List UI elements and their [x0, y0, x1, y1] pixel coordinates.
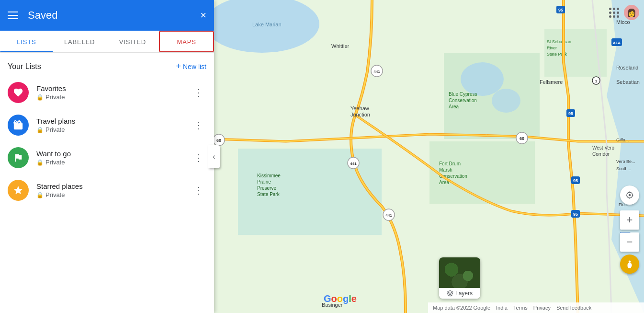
travel-info: Travel plans 🔒 Private [36, 117, 191, 133]
apps-dot [609, 12, 611, 14]
privacy-link[interactable]: Privacy [533, 305, 551, 311]
apps-dot [609, 8, 611, 10]
zoom-out-button[interactable]: − [620, 232, 639, 252]
svg-text:1: 1 [595, 79, 598, 83]
location-icon [625, 191, 634, 199]
svg-text:95: 95 [558, 8, 563, 12]
svg-text:South...: South... [616, 166, 631, 171]
new-list-button[interactable]: + New list [176, 61, 206, 71]
lock-icon-wantgo: 🔒 [36, 159, 44, 166]
favorites-more-icon[interactable]: ⋮ [191, 85, 206, 100]
sidebar: Saved × LISTS LABELED VISITED MAPS Your … [0, 0, 214, 313]
svg-text:Conservation: Conservation [449, 98, 477, 103]
svg-text:60: 60 [520, 136, 524, 141]
svg-text:60: 60 [216, 138, 221, 143]
wantgo-icon [8, 147, 29, 168]
tab-labeled[interactable]: LABELED [53, 31, 106, 52]
svg-text:Roseland: Roseland [616, 65, 638, 70]
collapse-sidebar-button[interactable]: ‹ [208, 145, 220, 168]
street-view-button[interactable] [620, 255, 639, 274]
lists-section-title: Your Lists [8, 62, 41, 71]
svg-point-67 [629, 261, 631, 263]
lock-icon: 🔒 [36, 94, 44, 101]
tab-visited[interactable]: VISITED [106, 31, 159, 52]
wantgo-privacy: 🔒 Private [36, 159, 191, 166]
svg-text:95: 95 [573, 212, 578, 217]
lists-header: Your Lists + New list [0, 53, 214, 76]
starred-privacy: 🔒 Private [36, 191, 191, 198]
map-controls: + − [620, 185, 639, 275]
svg-text:Preserve: Preserve [257, 185, 276, 191]
travel-more-icon[interactable]: ⋮ [191, 117, 206, 133]
tab-lists[interactable]: LISTS [0, 31, 53, 52]
sidebar-header: Saved × [0, 0, 214, 31]
svg-point-5 [492, 89, 520, 113]
layers-button[interactable]: Layers [439, 257, 480, 299]
svg-text:Fellsmere: Fellsmere [540, 79, 563, 85]
svg-text:Kissimmee: Kissimmee [257, 173, 281, 178]
list-item-starred[interactable]: Starred places 🔒 Private ⋮ [0, 174, 214, 207]
travel-icon [8, 115, 29, 136]
travel-name: Travel plans [36, 117, 191, 125]
svg-point-65 [629, 194, 631, 197]
svg-text:West Vero: West Vero [592, 145, 614, 151]
svg-text:Area: Area [449, 104, 459, 109]
india-link[interactable]: India [496, 305, 508, 311]
pegman-icon [625, 260, 634, 268]
svg-text:St Sebastian: St Sebastian [547, 39, 571, 44]
svg-text:Prairie: Prairie [257, 179, 271, 185]
lock-icon-travel: 🔒 [36, 127, 44, 133]
list-item-favorites[interactable]: Favorites 🔒 Private ⋮ [0, 76, 214, 109]
svg-text:441: 441 [385, 213, 392, 218]
wantgo-more-icon[interactable]: ⋮ [191, 150, 206, 165]
starred-info: Starred places 🔒 Private [36, 182, 191, 198]
svg-text:Sebastian: Sebastian [616, 79, 640, 85]
new-list-label: New list [183, 63, 206, 70]
plus-icon: + [176, 61, 181, 71]
terms-link[interactable]: Terms [513, 305, 528, 311]
list-item-wantgo[interactable]: Want to go 🔒 Private ⋮ [0, 141, 214, 174]
hamburger-menu-icon[interactable] [8, 12, 18, 19]
google-logo: Google [324, 293, 357, 304]
favorites-icon [8, 82, 29, 103]
zoom-in-button[interactable]: + [620, 210, 639, 230]
svg-text:95: 95 [568, 111, 573, 116]
user-avatar[interactable]: 👩 [624, 5, 639, 20]
svg-text:Yeehaw: Yeehaw [350, 105, 369, 111]
favorites-name: Favorites [36, 84, 191, 93]
svg-text:Blue Cypress: Blue Cypress [449, 92, 477, 97]
starred-more-icon[interactable]: ⋮ [191, 183, 206, 198]
svg-text:Giffo...: Giffo... [616, 138, 629, 142]
svg-point-4 [461, 62, 504, 96]
bottom-bar: Map data ©2022 Google India Terms Privac… [428, 302, 644, 313]
list-item-travel[interactable]: Travel plans 🔒 Private ⋮ [0, 109, 214, 141]
favorites-privacy: 🔒 Private [36, 93, 191, 101]
svg-text:Whittier: Whittier [331, 43, 350, 49]
google-apps-icon[interactable] [609, 8, 619, 18]
svg-text:Junction: Junction [350, 112, 370, 117]
svg-text:Vero Be...: Vero Be... [616, 159, 635, 164]
my-location-button[interactable] [620, 185, 639, 205]
svg-text:State Park: State Park [257, 192, 280, 197]
layers-label: Layers [439, 288, 480, 299]
apps-dot [613, 8, 615, 10]
map-copyright: Map data ©2022 Google [433, 305, 490, 311]
svg-text:Fort Drum: Fort Drum [439, 161, 461, 166]
wantgo-info: Want to go 🔒 Private [36, 150, 191, 166]
favorites-info: Favorites 🔒 Private [36, 84, 191, 101]
map-area[interactable]: Lake Marian Blue Cypress Conservation Ar… [214, 0, 644, 313]
svg-text:95: 95 [573, 178, 578, 183]
feedback-link[interactable]: Send feedback [556, 305, 591, 311]
svg-text:Marsh: Marsh [439, 167, 452, 173]
svg-rect-9 [429, 141, 535, 204]
svg-text:Lake Marian: Lake Marian [252, 22, 282, 27]
svg-text:441: 441 [373, 70, 380, 74]
travel-privacy: 🔒 Private [36, 126, 191, 133]
close-icon[interactable]: × [200, 10, 206, 21]
svg-text:A1A: A1A [613, 41, 621, 45]
layers-icon [447, 290, 453, 297]
starred-icon [8, 180, 29, 201]
tab-maps[interactable]: MAPS [159, 31, 214, 52]
wantgo-name: Want to go [36, 150, 191, 158]
apps-dot [609, 15, 611, 18]
